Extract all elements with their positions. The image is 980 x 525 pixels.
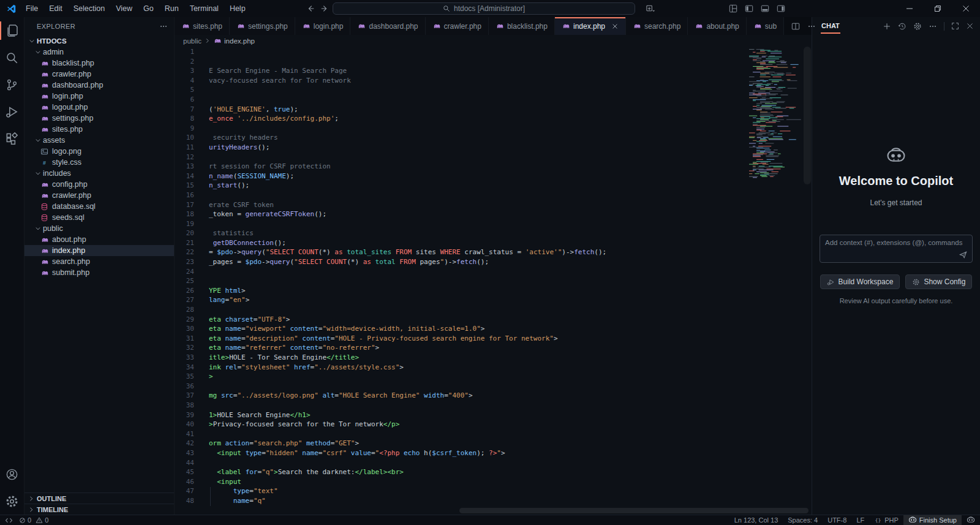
activity-explorer[interactable] <box>0 17 24 44</box>
section-outline[interactable]: OUTLINE <box>24 493 174 504</box>
status-copilot-status[interactable] <box>962 515 980 525</box>
folder-htdocs[interactable]: HTDOCS <box>24 36 174 47</box>
chat-more-icon[interactable] <box>929 22 937 31</box>
code-line[interactable]: 31eta name="description" content="HOLE -… <box>175 334 812 344</box>
code-line[interactable]: 46 <input <box>175 477 812 487</box>
vscode-logo-icon[interactable] <box>6 4 17 14</box>
code-line[interactable]: 15n_start(); <box>175 181 812 191</box>
file-blacklist-php[interactable]: blacklist.php <box>24 58 174 69</box>
code-line[interactable]: 12 <box>175 153 812 162</box>
file-seeds-sql[interactable]: seeds.sql <box>24 212 174 223</box>
minimap-canvas[interactable] <box>747 47 803 180</box>
horizontal-scrollbar[interactable] <box>459 508 809 513</box>
chat-settings-gear-icon[interactable] <box>913 22 922 31</box>
show-config-button[interactable]: Show Config <box>905 274 972 289</box>
folder-public[interactable]: public <box>24 223 174 234</box>
code-line[interactable]: 5 <box>175 85 812 95</box>
code-line[interactable]: 14n_name(SESSION_NAME); <box>175 172 812 181</box>
code-line[interactable]: 11urityHeaders(); <box>175 143 812 153</box>
build-workspace-button[interactable]: Build Workspace <box>820 274 900 289</box>
folder-admin[interactable]: admin <box>24 47 174 58</box>
remote-indicator-icon[interactable] <box>5 516 13 524</box>
menu-item-view[interactable]: View <box>110 0 138 17</box>
status-cursor-position[interactable]: Ln 123, Col 13 <box>729 515 783 525</box>
file-dashboard-php[interactable]: dashboard.php <box>24 80 174 91</box>
code-line[interactable]: 20 statistics <box>175 229 812 238</box>
code-line[interactable]: 33itle>HOLE - Tor Search Engine</title> <box>175 353 812 363</box>
code-line[interactable]: 391>HOLE Search Engine</h1> <box>175 410 812 420</box>
nav-forward-icon[interactable] <box>318 0 331 17</box>
status-finish-setup[interactable]: Finish Setup <box>903 515 962 525</box>
code-line[interactable]: 1 <box>175 47 812 57</box>
status-indentation[interactable]: Spaces: 4 <box>783 515 823 525</box>
tab-search-php[interactable]: search.php <box>626 17 688 35</box>
close-tab-icon[interactable] <box>611 23 619 30</box>
activity-run-debug[interactable] <box>0 98 24 125</box>
tab-sites-php[interactable]: sites.php <box>175 17 230 35</box>
folder-includes[interactable]: includes <box>24 168 174 179</box>
status-language-mode[interactable]: {}PHP <box>869 515 903 525</box>
code-line[interactable]: 28 <box>175 305 812 315</box>
chat-input[interactable] <box>820 235 972 262</box>
code-line[interactable]: 25 <box>175 276 812 286</box>
chat-tab[interactable]: CHAT <box>821 18 840 34</box>
file-search-php[interactable]: search.php <box>24 256 174 267</box>
tab-index-php[interactable]: index.php <box>555 17 626 35</box>
code-line[interactable]: 16 <box>175 191 812 200</box>
code-line[interactable]: 8e_once '../includes/config.php'; <box>175 114 812 124</box>
code-line[interactable]: 29eta charset="UTF-8"> <box>175 315 812 325</box>
code-line[interactable]: 45 <label for="q">Search the darknet:</l… <box>175 467 812 477</box>
menu-item-run[interactable]: Run <box>159 0 184 17</box>
code-area[interactable]: 1 2 3E Search Engine - Main Search Page4… <box>175 47 812 515</box>
problems-indicator[interactable]: 0 0 <box>19 516 48 524</box>
code-line[interactable]: 48 name="q" <box>175 496 812 506</box>
code-line[interactable]: 24 <box>175 267 812 277</box>
code-line[interactable]: 13rt session for CSRF protection <box>175 162 812 172</box>
menu-item-edit[interactable]: Edit <box>43 0 68 17</box>
close-window-button[interactable] <box>952 0 980 17</box>
code-line[interactable]: 34ink rel="stylesheet" href="../assets/s… <box>175 363 812 372</box>
status-encoding[interactable]: UTF-8 <box>823 515 851 525</box>
code-line[interactable]: 26YPE html> <box>175 286 812 296</box>
code-line[interactable]: 35> <box>175 372 812 382</box>
activity-search[interactable] <box>0 44 24 71</box>
code-line[interactable]: 2 <box>175 57 812 67</box>
code-line[interactable]: 6 <box>175 95 812 105</box>
code-line[interactable]: 32eta name="referrer" content="no-referr… <box>175 343 812 353</box>
editor-more-actions-icon[interactable] <box>807 22 816 31</box>
tab-login-php[interactable]: login.php <box>295 17 351 35</box>
breadcrumb-file[interactable]: index.php <box>224 37 255 45</box>
code-line[interactable]: 41 <box>175 429 812 439</box>
menu-item-selection[interactable]: Selection <box>68 0 110 17</box>
command-center-search[interactable]: htdocs [Administrator] <box>333 2 635 15</box>
code-line[interactable]: 30eta name="viewport" content="width=dev… <box>175 324 812 334</box>
file-logo-png[interactable]: logo.png <box>24 146 174 157</box>
code-line[interactable]: 18_token = generateCSRFToken(); <box>175 210 812 219</box>
toggle-secondary-sidebar-icon[interactable] <box>777 4 785 13</box>
new-window-icon[interactable] <box>642 0 658 17</box>
tab-sub[interactable]: sub <box>747 17 784 35</box>
file-submit-php[interactable]: submit.php <box>24 267 174 278</box>
maximize-panel-icon[interactable] <box>951 22 959 30</box>
tab-blacklist-php[interactable]: blacklist.php <box>489 17 555 35</box>
vertical-scrollbar[interactable] <box>804 47 811 184</box>
code-line[interactable]: 44 <box>175 458 812 468</box>
file-database-sql[interactable]: database.sql <box>24 201 174 212</box>
new-chat-icon[interactable] <box>883 22 891 31</box>
code-line[interactable]: 22= $pdo->query("SELECT COUNT(*) as tota… <box>175 247 812 257</box>
code-line[interactable]: 27lang="en"> <box>175 295 812 305</box>
code-line[interactable]: 37mg src="../assets/logo.png" alt="HOLE … <box>175 391 812 401</box>
code-line[interactable]: 3E Search Engine - Main Search Page <box>175 66 812 76</box>
tab-about-php[interactable]: about.php <box>688 17 746 35</box>
activity-account[interactable] <box>0 461 24 488</box>
file-settings-php[interactable]: settings.php <box>24 113 174 124</box>
file-logout-php[interactable]: logout.php <box>24 102 174 113</box>
code-line[interactable]: 36 <box>175 382 812 391</box>
file-style-css[interactable]: #style.css <box>24 157 174 168</box>
code-line[interactable]: 42orm action="search.php" method="GET"> <box>175 439 812 448</box>
file-about-php[interactable]: about.php <box>24 234 174 245</box>
code-line[interactable]: 38 <box>175 401 812 410</box>
breadcrumb-folder[interactable]: public <box>183 37 202 45</box>
code-line[interactable]: 21 getDBConnection(); <box>175 238 812 248</box>
split-editor-icon[interactable] <box>791 22 800 31</box>
